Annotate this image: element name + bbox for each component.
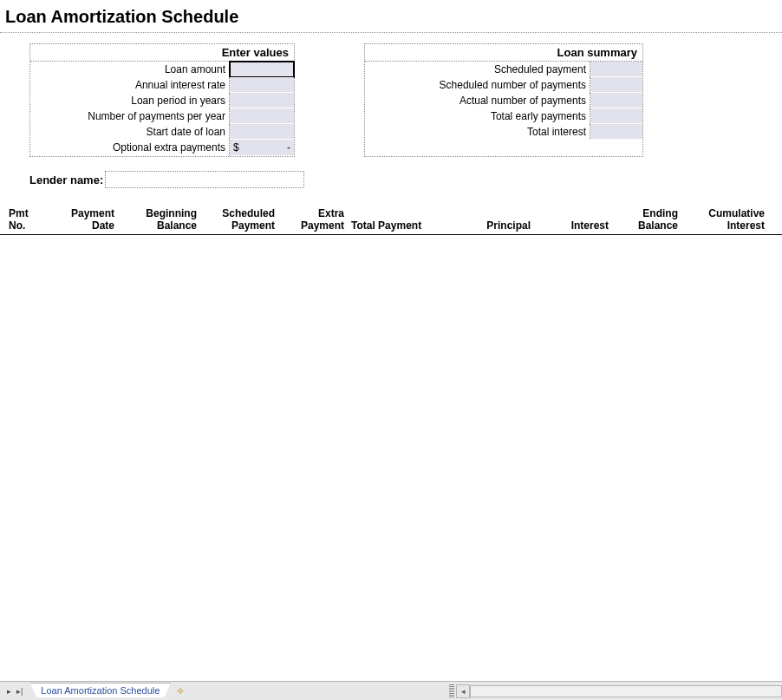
- first-tab-icon[interactable]: ▸: [7, 687, 11, 696]
- col-pmt-no: PmtNo.: [5, 207, 40, 232]
- scroll-track[interactable]: [470, 685, 782, 697]
- sheet-tab-bar: ▸ ▸| Loan Amortization Schedule ✧ ◂: [0, 681, 782, 700]
- schedule-header: PmtNo. PaymentDate BeginningBalance Sche…: [0, 207, 782, 235]
- tab-split-handle[interactable]: [449, 684, 454, 698]
- col-scheduled-payment: ScheduledPayment: [200, 207, 278, 232]
- payments-per-year-input[interactable]: [230, 108, 294, 124]
- start-date-input[interactable]: [230, 124, 294, 140]
- loan-period-label: Loan period in years: [30, 93, 230, 108]
- col-beginning-balance: BeginningBalance: [118, 207, 200, 232]
- payments-per-year-label: Number of payments per year: [30, 108, 230, 124]
- enter-values-block: Enter values Loan amount Annual interest…: [29, 43, 295, 157]
- loan-amount-label: Loan amount: [30, 62, 230, 77]
- scheduled-num-value: [590, 77, 642, 93]
- total-interest-value: [590, 124, 642, 140]
- new-sheet-icon[interactable]: ✧: [176, 685, 185, 697]
- scheduled-num-label: Scheduled number of payments: [365, 77, 590, 93]
- page-title: Loan Amortization Schedule: [0, 0, 782, 32]
- total-interest-label: Total interest: [365, 124, 590, 140]
- scroll-left-button[interactable]: ◂: [456, 684, 470, 698]
- scheduled-payment-value: [590, 62, 642, 77]
- sheet-tab-active[interactable]: Loan Amortization Schedule: [29, 683, 171, 697]
- extra-payments-input[interactable]: $ -: [230, 140, 294, 156]
- currency-prefix: $: [233, 141, 239, 154]
- extra-payments-label: Optional extra payments: [30, 140, 230, 156]
- loan-summary-header: Loan summary: [365, 44, 642, 62]
- col-interest: Interest: [534, 219, 612, 232]
- loan-summary-block: Loan summary Scheduled payment Scheduled…: [364, 43, 643, 157]
- annual-rate-label: Annual interest rate: [30, 77, 230, 93]
- scheduled-payment-label: Scheduled payment: [365, 62, 590, 77]
- total-early-value: [590, 108, 642, 124]
- actual-num-value: [590, 93, 642, 108]
- start-date-label: Start date of loan: [30, 124, 230, 140]
- col-principal: Principal: [452, 219, 534, 232]
- total-early-label: Total early payments: [365, 108, 590, 124]
- enter-values-header: Enter values: [30, 44, 294, 62]
- lender-row: Lender name:: [0, 171, 782, 188]
- col-ending-balance: EndingBalance: [612, 207, 681, 232]
- annual-rate-input[interactable]: [230, 77, 294, 93]
- col-cumulative-interest: CumulativeInterest: [681, 207, 768, 232]
- loan-period-input[interactable]: [230, 93, 294, 108]
- col-payment-date: PaymentDate: [40, 207, 118, 232]
- horizontal-scrollbar: ◂: [447, 684, 782, 698]
- loan-amount-input[interactable]: [230, 62, 294, 77]
- lender-name-label: Lender name:: [29, 173, 105, 186]
- col-total-payment: Total Payment: [348, 219, 452, 232]
- currency-value: -: [287, 141, 290, 154]
- inputs-area: Enter values Loan amount Annual interest…: [0, 38, 782, 157]
- col-extra-payment: ExtraPayment: [278, 207, 348, 232]
- actual-num-label: Actual number of payments: [365, 93, 590, 108]
- title-divider: [0, 32, 782, 33]
- tab-nav-arrows: ▸ ▸|: [0, 687, 29, 696]
- lender-name-input[interactable]: [105, 171, 304, 188]
- last-tab-icon[interactable]: ▸|: [16, 687, 23, 696]
